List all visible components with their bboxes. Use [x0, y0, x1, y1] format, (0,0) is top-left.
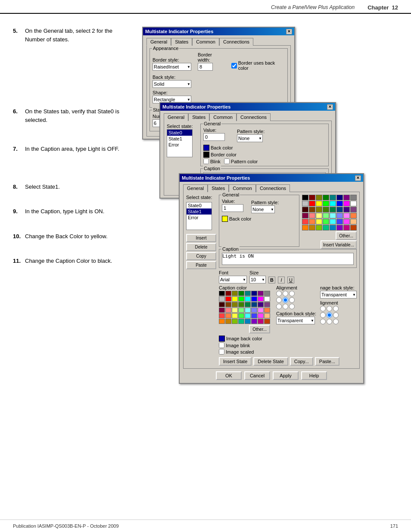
- copy-btn[interactable]: Copy: [186, 252, 216, 260]
- color-cell[interactable]: [309, 195, 315, 200]
- tab-states-1[interactable]: States: [171, 38, 192, 46]
- tab-states-2[interactable]: States: [188, 113, 209, 121]
- tab-common-2[interactable]: Common: [209, 113, 237, 121]
- caption-color-cell[interactable]: [245, 313, 251, 318]
- delete-btn[interactable]: Delete: [186, 243, 216, 251]
- caption-color-cell[interactable]: [232, 296, 238, 302]
- caption-back-style-select[interactable]: Transparent: [276, 317, 315, 324]
- caption-color-cell[interactable]: [251, 302, 257, 307]
- color-cell[interactable]: [316, 201, 322, 206]
- caption-color-cell[interactable]: [219, 291, 225, 296]
- caption-color-cell[interactable]: [219, 313, 225, 318]
- caption-color-cell[interactable]: [219, 319, 225, 324]
- color-cell[interactable]: [350, 201, 357, 206]
- caption-color-cell[interactable]: [219, 302, 225, 307]
- caption-color-cell[interactable]: [264, 296, 270, 302]
- image-scaled-checkbox[interactable]: [219, 349, 224, 355]
- caption-color-cell[interactable]: [251, 291, 257, 296]
- color-cell[interactable]: [323, 225, 329, 230]
- align-radio-bl[interactable]: [276, 304, 282, 309]
- caption-color-cell[interactable]: [258, 291, 264, 296]
- color-cell[interactable]: [316, 213, 322, 218]
- ok-btn[interactable]: OK: [216, 371, 242, 380]
- color-cell[interactable]: [323, 207, 329, 212]
- tab-common-1[interactable]: Common: [192, 38, 219, 46]
- color-cell[interactable]: [336, 207, 343, 212]
- tab-connections-2[interactable]: Connections: [237, 113, 271, 121]
- color-cell[interactable]: [343, 213, 350, 218]
- color-cell[interactable]: [323, 201, 329, 206]
- align-radio-br[interactable]: [289, 304, 295, 309]
- border-width-input[interactable]: [198, 63, 213, 71]
- state-list-2[interactable]: State0 State1 Error: [167, 129, 193, 157]
- insert-btn[interactable]: Insert: [186, 234, 216, 242]
- tab-states-3[interactable]: States: [208, 184, 229, 192]
- color-cell[interactable]: [309, 201, 315, 206]
- size-select[interactable]: 10: [249, 276, 266, 283]
- tab-connections-3[interactable]: Connections: [256, 184, 290, 192]
- color-cell[interactable]: [316, 225, 322, 230]
- caption-color-cell[interactable]: [264, 291, 270, 296]
- caption-color-cell[interactable]: [258, 313, 264, 318]
- caption-color-cell[interactable]: [258, 308, 264, 313]
- color-cell[interactable]: [336, 195, 343, 200]
- blink-checkbox-2[interactable]: [203, 159, 209, 164]
- color-cell[interactable]: [316, 195, 322, 200]
- caption-color-cell[interactable]: [225, 296, 231, 302]
- color-cell[interactable]: [302, 219, 308, 224]
- caption-color-cell[interactable]: [225, 319, 231, 324]
- pattern-style-select-3[interactable]: None: [251, 205, 275, 213]
- state-list-item-state1-3[interactable]: State1: [187, 208, 212, 215]
- align-radio-mr[interactable]: [289, 297, 295, 303]
- caption-color-cell[interactable]: [225, 308, 231, 313]
- caption-color-cell[interactable]: [251, 319, 257, 324]
- caption-color-cell[interactable]: [238, 302, 244, 307]
- color-cell[interactable]: [330, 225, 336, 230]
- tab-common-3[interactable]: Common: [229, 184, 256, 192]
- align2-radio-mr[interactable]: [333, 312, 339, 318]
- caption-color-cell[interactable]: [238, 291, 244, 296]
- insert-variable-btn[interactable]: Insert Variable...: [321, 240, 357, 249]
- align-radio-bc[interactable]: [283, 304, 288, 309]
- color-cell[interactable]: [343, 201, 350, 206]
- caption-color-cell[interactable]: [219, 296, 225, 302]
- back-color-swatch-2[interactable]: [203, 145, 209, 151]
- color-cell[interactable]: [343, 195, 350, 200]
- caption-color-cell[interactable]: [232, 313, 238, 318]
- caption-color-cell[interactable]: [258, 319, 264, 324]
- align2-radio-tr[interactable]: [333, 306, 339, 311]
- caption-color-cell[interactable]: [238, 313, 244, 318]
- color-cell[interactable]: [330, 213, 336, 218]
- caption-color-cell[interactable]: [238, 296, 244, 302]
- border-color-swatch-2[interactable]: [203, 152, 209, 158]
- tab-general-3[interactable]: General: [183, 184, 208, 192]
- align2-radio-tc[interactable]: [327, 306, 332, 311]
- caption-color-cell[interactable]: [258, 302, 264, 307]
- tab-general-1[interactable]: General: [146, 38, 171, 46]
- color-cell[interactable]: [316, 207, 322, 212]
- border-style-select[interactable]: RaisedInset: [153, 63, 191, 71]
- state-list-item-state0[interactable]: State0: [167, 130, 192, 136]
- color-cell[interactable]: [336, 213, 343, 218]
- color-cell[interactable]: [343, 225, 350, 230]
- caption-color-cell[interactable]: [264, 302, 270, 307]
- caption-color-cell[interactable]: [225, 291, 231, 296]
- color-cell[interactable]: [316, 219, 322, 224]
- color-cell[interactable]: [309, 207, 315, 212]
- align2-radio-br[interactable]: [333, 319, 339, 324]
- align-radio-tl[interactable]: [276, 291, 282, 296]
- caption-color-cell[interactable]: [232, 308, 238, 313]
- caption-color-cell[interactable]: [232, 319, 238, 324]
- caption-color-cell[interactable]: [245, 296, 251, 302]
- color-cell[interactable]: [302, 195, 308, 200]
- color-cell[interactable]: [336, 219, 343, 224]
- state-list-item-state1[interactable]: State1: [167, 136, 192, 142]
- caption-color-cell[interactable]: [245, 302, 251, 307]
- color-cell[interactable]: [350, 207, 357, 212]
- image-back-color-swatch[interactable]: [219, 336, 225, 342]
- align2-radio-mc[interactable]: [327, 312, 332, 318]
- caption-color-cell[interactable]: [251, 308, 257, 313]
- color-cell[interactable]: [330, 201, 336, 206]
- dialog1-close-btn[interactable]: ✕: [286, 29, 292, 34]
- align-radio-ml[interactable]: [276, 297, 282, 303]
